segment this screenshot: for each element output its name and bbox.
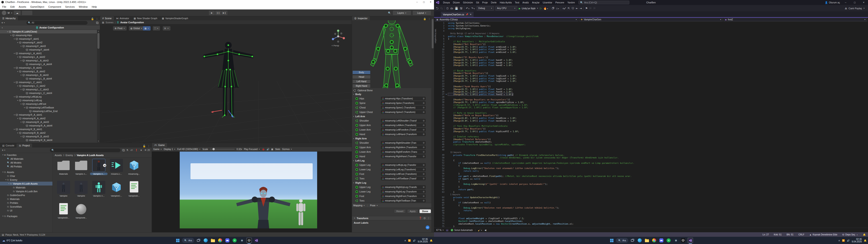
hierarchy-item[interactable]: ▼mixamorig:L_A_skirt2 xyxy=(0,55,97,59)
hierarchy-scrollbar[interactable]: ▲▼ xyxy=(97,30,100,142)
bone-object-field[interactable]: mixamorig:RightFoot (Transforn⊙ xyxy=(381,194,426,198)
code-line[interactable]: 34 // Kafa ve boyun boyutları xyxy=(437,111,868,114)
bone-object-field[interactable]: mixamorig:RightHand (Transfor⊙ xyxy=(381,155,426,158)
tray-chevron-icon[interactable]: ∧ xyxy=(404,239,406,242)
expand-arrow-icon[interactable]: ▼ xyxy=(20,121,22,123)
asset-labels-header[interactable]: Asset Labels xyxy=(354,221,368,224)
asset-item[interactable]: mixamorig... xyxy=(125,159,143,175)
code-line[interactable]: 43 // İskelet referansı xyxy=(437,135,868,138)
code-line[interactable]: 55 return null; xyxy=(437,170,868,172)
code-line[interactable]: 60 Debug.LogWarning($"'{path}' isimli is… xyxy=(437,183,868,185)
bone-object-field[interactable]: mixamorig:RightUpLeg (Transfo⊙ xyxy=(381,185,426,189)
gizmos-dropdown[interactable]: Gizmos▼ xyxy=(282,148,292,150)
expand-arrow-icon[interactable]: ▼ xyxy=(10,35,12,36)
bone-object-field[interactable]: mixamorig:LeftHand (Transform⊙ xyxy=(381,132,426,136)
hierarchy-item[interactable]: ▼mixamorig:R_A_skirt1 xyxy=(0,113,97,117)
bookmark-icon[interactable]: ⚑ xyxy=(585,7,588,10)
project-tree-item[interactable]: ▼🗀Packages xyxy=(0,214,53,218)
hierarchy-item[interactable]: mixamorig:L_C_skirt4 xyxy=(0,91,97,95)
taskbar-app-edge[interactable] xyxy=(203,238,209,243)
mute-audio-icon[interactable]: 🔊 xyxy=(267,148,269,150)
indent-decrease-icon[interactable]: ⇤ xyxy=(576,7,578,10)
code-line[interactable]: 63 } xyxy=(437,191,868,193)
code-line[interactable]: 17 xyxy=(437,67,868,69)
object-picker-icon[interactable]: ⊙ xyxy=(423,164,425,166)
object-picker-icon[interactable]: ⊙ xyxy=(423,200,425,202)
asset-item[interactable]: VampireC... xyxy=(107,181,125,197)
code-line[interactable]: 54 Debug.LogError("Skeleton root atanmad… xyxy=(437,167,868,170)
bone-object-field[interactable]: mixamorig:Spine2 (Transform)⊙ xyxy=(381,110,426,114)
asset-item[interactable]: VampireM... xyxy=(72,203,90,219)
menu-düzen[interactable]: Düzen xyxy=(453,1,460,4)
taskbar-app-chrome[interactable] xyxy=(651,238,657,243)
expand-arrow-icon[interactable]: ▼ xyxy=(13,128,16,130)
code-line[interactable]: 44 [Header("İskelet Referansı")] xyxy=(437,138,868,141)
object-picker-icon[interactable]: ⊙ xyxy=(423,190,425,193)
taskbar-app-steam[interactable] xyxy=(673,238,679,243)
kebab-menu-icon[interactable]: ⋮ xyxy=(96,18,98,20)
solution-platform-icon[interactable]: ⌂▼ xyxy=(556,7,559,10)
navigate-cursor-icon[interactable]: ⇱ xyxy=(567,7,570,10)
bone-object-field[interactable]: mixamorig:LeftFoot (Transform)⊙ xyxy=(381,172,426,176)
code-line[interactable]: 74 skeletonRoot.localPosition = new Vect… xyxy=(437,222,868,225)
notification-icon[interactable]: 🔔 xyxy=(430,239,433,242)
menu-assets[interactable]: Assets xyxy=(19,5,26,8)
code-line[interactable]: 42 xyxy=(437,133,868,135)
object-picker-icon[interactable]: ⊙ xyxy=(423,106,425,109)
code-line[interactable]: 31 //[Range(0.5f, 1.0f)] public float sp… xyxy=(437,103,868,106)
expand-arrow-icon[interactable]: ▼ xyxy=(13,114,16,116)
member-dropdown[interactable]: ◈footZ▼ xyxy=(723,18,867,21)
code-line[interactable]: 37 [Range(0.8f, 1.0f)] public float neck… xyxy=(437,119,868,122)
menu-derle[interactable]: Derle xyxy=(491,1,497,4)
object-picker-icon[interactable]: ⊙ xyxy=(423,124,425,126)
code-line[interactable]: 11 [Range(0.7f, 1.0f)] public float armS… xyxy=(437,51,868,54)
hierarchy-item[interactable]: ▼mixamorig:Hips xyxy=(0,33,97,37)
preset-icon[interactable]: ⛭ xyxy=(424,217,426,220)
hierarchy-item[interactable]: ▼mixamorig:L_B_skirt1 xyxy=(0,66,97,69)
project-tree-item[interactable]: 🗀Char xyxy=(0,174,53,178)
taskbar-app-start[interactable] xyxy=(609,238,615,243)
code-line[interactable]: 32 // [Range(0.5f, 1.0f)] public float s… xyxy=(437,106,868,109)
done-button[interactable]: Done xyxy=(420,209,431,213)
code-line[interactable]: 35 [Header("Kafa ve Boyun Boyutları")] xyxy=(437,114,868,117)
bone-object-field[interactable]: mixamorig:RightArm (Transform⊙ xyxy=(381,146,426,149)
code-line[interactable]: 8 [Header("Kol Boyutları")] xyxy=(437,43,868,45)
asset-item[interactable]: VampireDi... xyxy=(55,203,72,219)
limb-button-right-hand[interactable]: Right Hand xyxy=(352,84,370,88)
object-picker-icon[interactable]: ⊙ xyxy=(423,168,425,171)
hierarchy-item[interactable]: ▼mixamorig:F_skirt2 xyxy=(0,41,97,44)
code-line[interactable]: 62 return part; xyxy=(437,188,868,191)
tab-inspector[interactable]: 🛈Inspector xyxy=(352,16,370,20)
code-line[interactable]: 47 xyxy=(437,146,868,148)
search-icon[interactable]: 🔍 xyxy=(388,11,391,14)
code-line[interactable]: 51 { xyxy=(437,159,868,162)
bone-section-header[interactable]: ▼Left Arm xyxy=(352,114,432,118)
hierarchy-search-input[interactable]: 🔍All xyxy=(26,21,88,25)
code-line[interactable]: 57 var part = skeletonRoot.Find(path); /… xyxy=(437,175,868,178)
create-button[interactable]: + xyxy=(1,21,3,24)
asset-item[interactable]: Vampire xyxy=(72,181,90,197)
menu-görünüm[interactable]: Görünüm xyxy=(463,1,473,4)
hot-reload-icon[interactable]: 🔥▼ xyxy=(544,7,548,10)
transform-header[interactable]: Transform xyxy=(357,217,368,220)
menu-hata-ayıkla[interactable]: Hata Ayıkla xyxy=(500,1,512,4)
taskbar-app-explorer[interactable] xyxy=(644,238,650,243)
asset-item[interactable]: Materials xyxy=(55,159,72,175)
tab-hierarchy[interactable]: ☰Hierarchy xyxy=(0,16,18,20)
grid-snap-toggle[interactable]: ▦▼ xyxy=(143,26,151,30)
scene-viewport[interactable]: ⊕Pivot▼ ◍Global▼ ▦▼ ⛶▼ ⊪▼ < Persp xyxy=(100,24,352,143)
collab-button[interactable] xyxy=(22,11,32,15)
project-tree-item[interactable]: 🔍All Materials xyxy=(0,157,53,161)
code-line[interactable]: 38 xyxy=(437,122,868,125)
code-line[interactable]: 27✎ [Range(0.7f, 1.0f)] public float foo… xyxy=(437,93,868,96)
expand-arrow-icon[interactable]: ▼ xyxy=(20,103,22,105)
menu-pencere[interactable]: Pencere xyxy=(555,1,564,4)
asset-item[interactable]: Vampire A... xyxy=(90,181,107,197)
class-dropdown[interactable]: ❖VampireCharGen▼ xyxy=(579,18,723,21)
hierarchy-item[interactable]: ▼mixamorig:R_B_skirt2 xyxy=(0,131,97,135)
close-tab-icon[interactable]: ✕ xyxy=(470,13,472,16)
snap-increment-toggle[interactable]: ⛶▼ xyxy=(153,26,160,30)
menu-git[interactable]: Git xyxy=(476,1,479,4)
warning-icon[interactable]: ❗ xyxy=(135,149,138,151)
codelens[interactable]: 13 başvuru xyxy=(437,151,868,154)
